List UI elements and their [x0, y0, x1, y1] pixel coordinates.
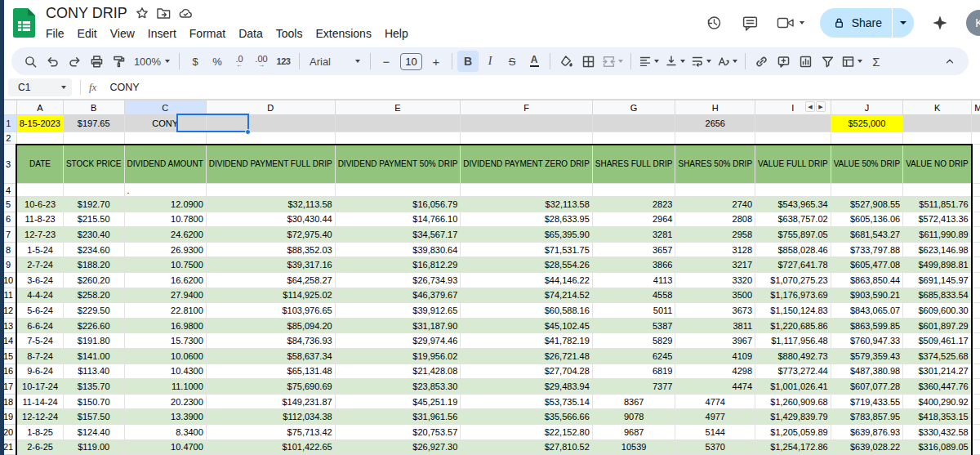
cell-I4[interactable] [755, 184, 831, 197]
cell-H16[interactable]: 4298 [675, 364, 755, 379]
cell-M20[interactable] [972, 424, 980, 439]
meet-presentation-control[interactable] [777, 16, 804, 30]
selection-fill-handle[interactable] [245, 129, 251, 135]
cell-D13[interactable]: $85,094.20 [206, 318, 335, 333]
cell-D16[interactable]: $65,131.48 [206, 364, 335, 379]
cell-K10[interactable]: $691,145.97 [903, 272, 972, 288]
cell-K5[interactable]: $511,851.76 [903, 197, 972, 212]
cell-B8[interactable]: $234.60 [63, 242, 124, 257]
cell-I15[interactable]: $880,492.73 [755, 348, 831, 364]
account-avatar[interactable]: K [966, 10, 980, 36]
cell-I8[interactable]: $858,028.46 [755, 242, 831, 257]
menu-extensions[interactable]: Extensions [309, 27, 377, 40]
cell-B6[interactable]: $215.50 [63, 212, 124, 227]
cell-I3[interactable]: VALUE FULL DRIP [755, 145, 831, 184]
cell-B4[interactable] [63, 184, 124, 197]
cell-C12[interactable]: 22.8100 [124, 303, 206, 319]
cell-E8[interactable]: $39,830.64 [335, 242, 461, 257]
cell-B1[interactable]: $197.65 [63, 115, 124, 132]
cell-G9[interactable]: 3866 [592, 257, 675, 273]
share-caret-icon[interactable] [893, 8, 914, 38]
cell-H21[interactable]: 5370 [675, 439, 755, 455]
cell-H9[interactable]: 3217 [675, 257, 755, 273]
cell-J21[interactable]: $639,028.22 [831, 439, 903, 455]
cell-H4[interactable] [675, 184, 755, 197]
cell-A13[interactable]: 6-6-24 [16, 318, 63, 333]
cell-M8[interactable] [972, 242, 980, 257]
cell-M3[interactable] [972, 145, 980, 184]
cell-C5[interactable]: 12.0900 [124, 197, 206, 212]
cell-G14[interactable]: 5829 [592, 333, 675, 349]
menu-file[interactable]: File [39, 27, 71, 40]
cell-F7[interactable]: $65,395.90 [461, 227, 592, 243]
cell-F18[interactable]: $53,735.14 [461, 394, 592, 409]
cell-F14[interactable]: $41,782.19 [461, 333, 592, 349]
cell-I12[interactable]: $1,150,124.83 [755, 303, 831, 319]
strikethrough-button[interactable]: S [501, 51, 523, 72]
cell-G15[interactable]: 6245 [592, 348, 675, 364]
cell-A9[interactable]: 2-7-24 [16, 257, 63, 273]
cell-F5[interactable]: $32,113.58 [461, 197, 592, 212]
cell-C1[interactable]: CONY [124, 115, 206, 132]
cell-K9[interactable]: $499,898.81 [903, 257, 972, 273]
cell-B21[interactable]: $119.00 [63, 439, 124, 455]
menu-insert[interactable]: Insert [141, 27, 183, 40]
cell-J20[interactable]: $639,876.93 [831, 424, 903, 439]
cell-E16[interactable]: $21,428.08 [335, 364, 461, 379]
cell-M9[interactable] [972, 257, 980, 273]
cell-K1[interactable] [903, 115, 972, 132]
column-header-D[interactable]: D [206, 100, 335, 115]
cell-K13[interactable]: $601,897.29 [903, 318, 972, 333]
cell-D5[interactable]: $32,113.58 [206, 197, 335, 212]
cell-A16[interactable]: 9-6-24 [16, 364, 63, 379]
cell-F10[interactable]: $44,146.22 [461, 272, 592, 288]
cell-H8[interactable]: 3128 [675, 242, 755, 257]
cell-E11[interactable]: $46,379.67 [335, 288, 461, 303]
unhide-left-icon[interactable]: ◀ [805, 101, 815, 112]
cell-F20[interactable]: $22,152.80 [461, 424, 592, 439]
cell-D2[interactable] [206, 132, 335, 145]
cell-F9[interactable]: $28,554.26 [461, 257, 592, 273]
cell-D3[interactable]: DIVIDEND PAYMENT FULL DRIP [206, 145, 335, 184]
cell-H12[interactable]: 3673 [675, 303, 755, 319]
insert-link-button[interactable] [751, 51, 772, 72]
cell-J18[interactable]: $719,433.55 [831, 394, 903, 409]
cell-F17[interactable]: $29,483.94 [461, 379, 592, 395]
cell-K6[interactable]: $572,413.36 [903, 212, 972, 227]
cell-D18[interactable]: $149,231.87 [206, 394, 335, 409]
format-currency-button[interactable]: $ [185, 51, 206, 72]
cell-E9[interactable]: $16,812.29 [335, 257, 461, 273]
cell-A11[interactable]: 4-4-24 [16, 288, 63, 303]
column-header-A[interactable]: A [16, 100, 63, 115]
borders-button[interactable] [577, 51, 599, 72]
menu-format[interactable]: Format [183, 27, 232, 40]
cell-M11[interactable] [972, 288, 980, 303]
cell-E4[interactable] [335, 184, 461, 197]
cell-M21[interactable] [972, 439, 980, 455]
merge-cells-button[interactable] [599, 51, 626, 72]
cell-J7[interactable]: $681,543.27 [831, 227, 903, 243]
cell-I11[interactable]: $1,176,973.69 [755, 288, 831, 303]
cell-J3[interactable]: VALUE 50% DRIP [831, 145, 903, 184]
cell-J13[interactable]: $863,599.85 [831, 318, 903, 333]
increase-decimal-button[interactable]: .00→ [251, 51, 272, 72]
cell-I9[interactable]: $727,641.78 [755, 257, 831, 273]
cell-E6[interactable]: $14,766.10 [335, 212, 461, 227]
cell-C14[interactable]: 15.7300 [124, 333, 206, 349]
insert-comment-button[interactable] [773, 51, 794, 72]
cell-C7[interactable]: 24.6200 [124, 227, 206, 243]
cell-F3[interactable]: DIVIDEND PAYMENT ZERO DRIP [461, 145, 592, 184]
cell-G18[interactable]: 8367 [592, 394, 675, 409]
cell-H2[interactable] [675, 132, 755, 145]
cell-G16[interactable]: 6819 [592, 364, 675, 379]
cell-C9[interactable]: 10.7500 [124, 257, 206, 273]
cell-A6[interactable]: 11-8-23 [16, 212, 63, 227]
cell-F12[interactable]: $60,588.16 [461, 303, 592, 319]
cell-J6[interactable]: $605,136.06 [831, 212, 903, 227]
cell-G6[interactable]: 2964 [592, 212, 675, 227]
cell-I2[interactable] [755, 132, 831, 145]
cell-G1[interactable] [592, 115, 675, 132]
cell-J14[interactable]: $760,947.33 [831, 333, 903, 349]
cell-J11[interactable]: $903,590.21 [831, 288, 903, 303]
hidden-column-indicator[interactable]: ◀ ▶ [805, 101, 826, 112]
